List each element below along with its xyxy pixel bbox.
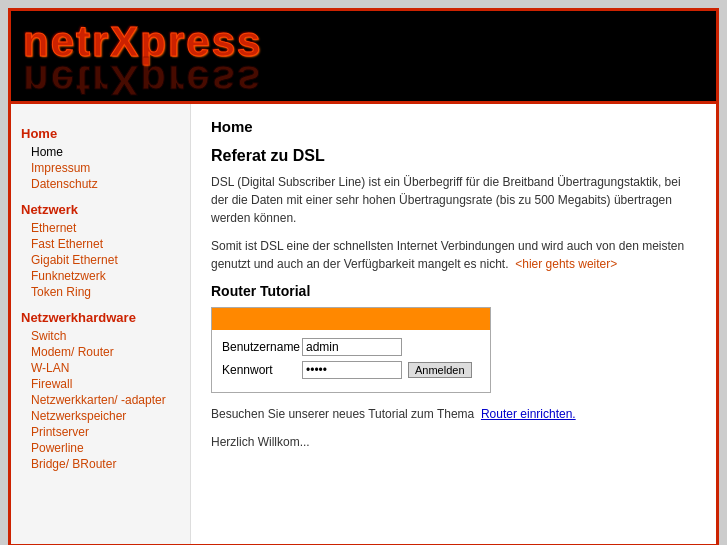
router-text-static: Besuchen Sie unserer neues Tutorial zum … (211, 407, 474, 421)
router-einrichten-link[interactable]: Router einrichten. (481, 407, 576, 421)
page-title: Home (211, 118, 696, 135)
sidebar-item-fast-ethernet[interactable]: Fast Ethernet (21, 236, 180, 252)
sidebar-item-powerline[interactable]: Powerline (21, 440, 180, 456)
sidebar-item-gigabit-ethernet[interactable]: Gigabit Ethernet (21, 252, 180, 268)
sidebar-section-netzwerk: Netzwerk (21, 202, 180, 217)
page-wrapper: netrXpress netrXpress Home Home Impressu… (8, 8, 719, 545)
sidebar-item-wlan[interactable]: W-LAN (21, 360, 180, 376)
router-box: Benutzername Kennwort Anmelden (211, 307, 491, 393)
sidebar-item-switch[interactable]: Switch (21, 328, 180, 344)
main-layout: Home Home Impressum Datenschutz Netzwerk… (11, 104, 716, 544)
password-input[interactable] (302, 361, 402, 379)
paragraph1: DSL (Digital Subscriber Line) ist ein Üb… (211, 173, 696, 227)
sidebar-item-token-ring[interactable]: Token Ring (21, 284, 180, 300)
sidebar: Home Home Impressum Datenschutz Netzwerk… (11, 104, 191, 544)
here-link[interactable]: <hier gehts weiter> (515, 257, 617, 271)
username-input[interactable] (302, 338, 402, 356)
content-area: Home Referat zu DSL DSL (Digital Subscri… (191, 104, 716, 544)
sidebar-item-ethernet[interactable]: Ethernet (21, 220, 180, 236)
welcome-text: Herzlich Willkom... (211, 433, 696, 451)
sidebar-item-firewall[interactable]: Firewall (21, 376, 180, 392)
username-row: Benutzername (222, 338, 480, 356)
paragraph2: Somit ist DSL eine der schnellsten Inter… (211, 237, 696, 273)
router-text: Besuchen Sie unserer neues Tutorial zum … (211, 405, 696, 423)
logo-reflected: netrXpress (23, 59, 704, 101)
router-tutorial-title: Router Tutorial (211, 283, 696, 299)
router-box-header (212, 308, 490, 330)
sidebar-item-bridge-brouter[interactable]: Bridge/ BRouter (21, 456, 180, 472)
article-title: Referat zu DSL (211, 147, 696, 165)
sidebar-item-impressum[interactable]: Impressum (21, 160, 180, 176)
sidebar-item-netzwerkkarten[interactable]: Netzwerkkarten/ -adapter (21, 392, 180, 408)
sidebar-item-home[interactable]: Home (21, 144, 180, 160)
sidebar-item-printserver[interactable]: Printserver (21, 424, 180, 440)
password-row: Kennwort Anmelden (222, 361, 480, 379)
sidebar-item-funknetzwerk[interactable]: Funknetzwerk (21, 268, 180, 284)
sidebar-item-datenschutz[interactable]: Datenschutz (21, 176, 180, 192)
password-label: Kennwort (222, 363, 302, 377)
sidebar-section-home: Home (21, 126, 180, 141)
router-box-body: Benutzername Kennwort Anmelden (212, 330, 490, 392)
sidebar-item-modem-router[interactable]: Modem/ Router (21, 344, 180, 360)
sidebar-item-netzwerkspeicher[interactable]: Netzwerkspeicher (21, 408, 180, 424)
login-button[interactable]: Anmelden (408, 362, 472, 378)
sidebar-section-netzwerkhardware: Netzwerkhardware (21, 310, 180, 325)
username-label: Benutzername (222, 340, 302, 354)
header: netrXpress netrXpress (11, 11, 716, 104)
